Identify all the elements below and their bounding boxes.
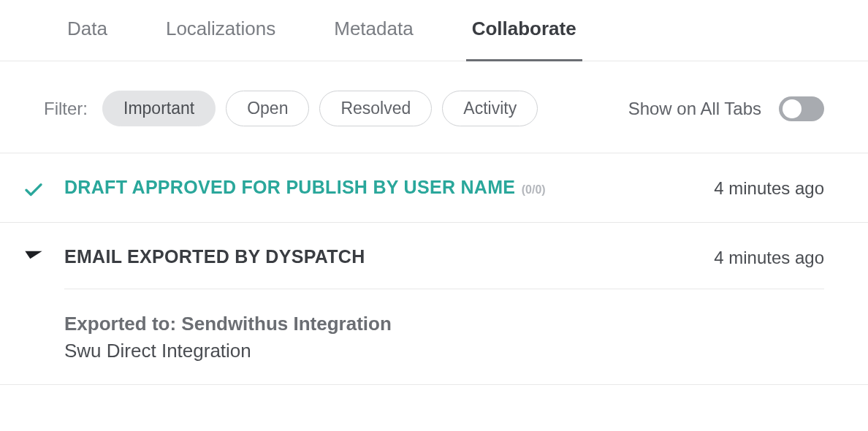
filter-chip-activity[interactable]: Activity (442, 91, 538, 126)
activity-detail: Exported to: Sendwithus Integration Swu … (64, 289, 824, 362)
filter-bar: Filter: Important Open Resolved Activity… (0, 61, 868, 153)
tabs-bar: Data Localizations Metadata Collaborate (0, 0, 868, 61)
filter-label: Filter: (44, 99, 88, 119)
list-item[interactable]: DRAFT APPROVED FOR PUBLISH BY USER NAME … (0, 153, 868, 223)
check-icon (16, 177, 51, 200)
activity-title: DRAFT APPROVED FOR PUBLISH BY USER NAME (64, 177, 515, 197)
show-all-tabs-toggle[interactable] (779, 96, 824, 121)
activity-time: 4 minutes ago (714, 177, 824, 199)
activity-detail-text: Swu Direct Integration (64, 340, 824, 362)
toggle-knob (783, 99, 802, 118)
filter-chip-important[interactable]: Important (102, 91, 216, 126)
tab-data[interactable]: Data (67, 18, 107, 61)
tab-metadata[interactable]: Metadata (334, 18, 413, 61)
activity-detail-label: Exported to: Sendwithus Integration (64, 313, 824, 335)
show-all-tabs-label: Show on All Tabs (628, 99, 761, 119)
send-icon (16, 246, 51, 268)
filter-chip-resolved[interactable]: Resolved (319, 91, 432, 126)
activity-time: 4 minutes ago (714, 246, 824, 268)
tab-collaborate[interactable]: Collaborate (472, 18, 576, 61)
activity-count: (0/0) (522, 183, 546, 196)
activity-list: DRAFT APPROVED FOR PUBLISH BY USER NAME … (0, 153, 868, 385)
filter-chip-open[interactable]: Open (226, 91, 309, 126)
activity-title: EMAIL EXPORTED BY DYSPATCH (64, 246, 365, 267)
list-item[interactable]: EMAIL EXPORTED BY DYSPATCH 4 minutes ago… (0, 223, 868, 385)
tab-localizations[interactable]: Localizations (166, 18, 275, 61)
